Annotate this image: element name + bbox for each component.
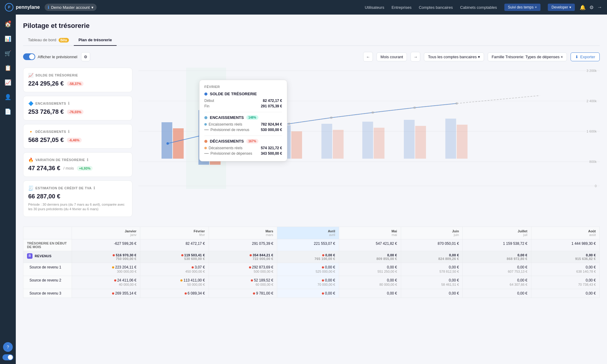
nav-cabinets[interactable]: Cabinets comptables bbox=[460, 5, 497, 10]
tooltip-encaissements-title: ENCAISSEMENTS 148% bbox=[204, 115, 282, 120]
svg-rect-21 bbox=[457, 125, 467, 159]
nav-utilisateurs[interactable]: Utilisateurs bbox=[365, 5, 384, 10]
developer-btn[interactable]: Developer ▾ bbox=[548, 4, 575, 11]
sidebar-bottom: ? bbox=[2, 342, 13, 360]
svg-rect-14 bbox=[322, 124, 332, 159]
col-header-jul: Juilletjuil bbox=[463, 227, 531, 239]
sidebar-item-home[interactable]: 🏠 bbox=[2, 18, 14, 30]
kpi-decaissements-value: 568 257,05 € -6,46% bbox=[28, 136, 127, 143]
period-selector[interactable]: Mois courant bbox=[377, 52, 407, 61]
source3-apr: 0,00 € bbox=[277, 289, 339, 298]
source2-apr: 0,00 € 70 000,00 € bbox=[277, 276, 339, 289]
sidebar: 🏠 📊 🛒 📋 📈 👤 📄 ? bbox=[0, 15, 16, 364]
suivi-btn[interactable]: Suivi des temps + bbox=[504, 4, 541, 11]
revenus-aug: 0,00 €915 636,82 € bbox=[531, 251, 599, 263]
info-icon: ℹ bbox=[68, 130, 70, 134]
source1-feb: 3,07 € 450 000,00 € bbox=[140, 263, 209, 276]
variation-unit: / mois bbox=[63, 166, 74, 170]
nav-comptes[interactable]: Comptes bancaires bbox=[419, 5, 453, 10]
source3-label: Source de revenu 3 bbox=[23, 289, 72, 298]
svg-rect-6 bbox=[162, 122, 172, 159]
gear-icon[interactable]: ⚙ bbox=[589, 5, 594, 10]
tab-plan-tresorerie[interactable]: Plan de trésorerie bbox=[74, 35, 117, 46]
source2-label: Source de revenu 2 bbox=[23, 276, 72, 289]
svg-rect-15 bbox=[333, 130, 343, 159]
revenus-header-label: R REVENUS bbox=[23, 251, 72, 263]
tooltip-dec-reels-value: 574 321,72 € bbox=[261, 146, 282, 150]
dot-red-icon bbox=[181, 254, 183, 256]
logout-icon[interactable]: → bbox=[597, 5, 602, 10]
decaissements-amount: 568 257,05 € bbox=[28, 136, 64, 143]
dot-red-icon bbox=[112, 292, 114, 295]
main-content: Pilotage et trésorerie Tableau de bord B… bbox=[16, 15, 607, 364]
col-header-jun: Juinjuin bbox=[401, 227, 463, 239]
tooltip-tresorerie-label: SOLDE DE TRÉSORERIE bbox=[210, 92, 257, 96]
source3-row: Source de revenu 3 269 355,14 € 6 089,34… bbox=[23, 289, 600, 298]
source2-jul: 0,00 €64 307,66 € bbox=[463, 276, 531, 289]
bell-icon[interactable]: 🔔 bbox=[580, 5, 586, 10]
source1-row: Source de revenu 1 223 204,11 € 300 000,… bbox=[23, 263, 600, 276]
dash-line-icon bbox=[204, 130, 209, 130]
sidebar-item-reports[interactable]: 📋 bbox=[2, 62, 14, 74]
treso-feb: 82 472,17 € bbox=[140, 239, 209, 251]
sidebar-item-analytics[interactable]: 📈 bbox=[2, 76, 14, 89]
dot-red-icon bbox=[192, 266, 194, 268]
download-icon: ⬇ bbox=[575, 55, 578, 59]
fire-icon: 🔥 bbox=[28, 157, 34, 162]
dot-red-icon bbox=[113, 254, 115, 256]
bank-label: Tous les comptes bancaires bbox=[428, 55, 476, 59]
tooltip-dec-reels-row: Décaissements réels 574 321,72 € bbox=[204, 145, 282, 151]
account-selector[interactable]: ℹ Demo Master account ▾ bbox=[45, 4, 97, 11]
trend-icon: 📈 bbox=[28, 73, 34, 78]
dot-red-icon bbox=[322, 266, 324, 268]
previsionnel-toggle[interactable] bbox=[23, 53, 35, 60]
tooltip-dec-reels-label: Décaissements réels bbox=[204, 146, 242, 150]
kpi-tresorerie-header: 📈 SOLDE DE TRÉSORERIE bbox=[28, 73, 127, 78]
family-label: Famille Trésorerie: Types de dépenses × bbox=[492, 55, 563, 59]
kpi-decaissements: 🔸 DÉCAISSEMENTS ℹ 568 257,05 € -6,46% bbox=[23, 124, 132, 149]
logo[interactable]: P pennylane bbox=[5, 3, 40, 12]
tooltip-divider1 bbox=[204, 112, 282, 112]
dash-line2-icon bbox=[204, 153, 209, 154]
next-period-button[interactable]: → bbox=[411, 52, 420, 62]
sidebar-toggle[interactable] bbox=[2, 354, 13, 360]
revenus-feb: 119 503,41 € 530 600,00 € bbox=[140, 251, 209, 263]
chart-area: 3 200k 2 400k 1 600k 800k 0 FÉVRIER SOLD… bbox=[138, 68, 600, 221]
settings-button[interactable]: ⚙ bbox=[81, 52, 90, 61]
bank-selector[interactable]: Tous les comptes bancaires ▾ bbox=[424, 52, 484, 61]
account-name: Demo Master account bbox=[51, 5, 90, 10]
encaissements-badge: -76,03% bbox=[67, 110, 84, 114]
revenus-jul: 0,00 €868 972,80 € bbox=[463, 251, 531, 263]
revenus-jan: 516 970,30 € 750 000,00 € bbox=[72, 251, 140, 263]
svg-point-27 bbox=[372, 111, 374, 114]
nav-entreprises[interactable]: Entreprises bbox=[391, 5, 411, 10]
svg-point-28 bbox=[413, 106, 416, 109]
kpi-variation-header: 🔥 VARIATION DE TRÉSORERIE ℹ bbox=[28, 157, 127, 162]
content-area: 📈 SOLDE DE TRÉSORERIE 224 295,26 € -58,3… bbox=[23, 68, 600, 221]
col-header-mar: Marsmars bbox=[209, 227, 277, 239]
tooltip-prev-revenus-value: 530 000,00 € bbox=[261, 128, 282, 132]
tab-tableau-de-bord[interactable]: Tableau de bord Bêta bbox=[23, 35, 74, 46]
dot-dec-icon bbox=[204, 147, 207, 149]
toggle-label: Afficher le prévisionnel bbox=[38, 55, 77, 59]
dot-red-icon bbox=[114, 279, 116, 281]
sidebar-item-dashboard[interactable]: 📊 bbox=[2, 33, 14, 45]
treso-jul: 1 159 538,72 € bbox=[463, 239, 531, 251]
sidebar-item-orders[interactable]: 🛒 bbox=[2, 47, 14, 59]
info-icon: ℹ bbox=[87, 158, 89, 162]
tooltip-enc-reels-value: 782 924,94 € bbox=[261, 122, 282, 126]
svg-rect-20 bbox=[445, 119, 456, 159]
prev-period-button[interactable]: ← bbox=[363, 52, 373, 62]
sidebar-item-documents[interactable]: 📄 bbox=[2, 106, 14, 118]
tooltip-decaissements-label: DÉCAISSEMENTS bbox=[210, 139, 244, 143]
source1-apr: 0,00 € 525 000,00 € bbox=[277, 263, 339, 276]
export-button[interactable]: ⬇ Exporter bbox=[571, 52, 600, 61]
help-button[interactable]: ? bbox=[3, 342, 13, 352]
kpi-tresorerie-label: SOLDE DE TRÉSORERIE bbox=[36, 73, 78, 77]
family-selector[interactable]: Famille Trésorerie: Types de dépenses × bbox=[488, 52, 567, 61]
col-header-feb: Févrierfévr bbox=[140, 227, 209, 239]
tooltip-fin-row: Fin 291 075,39 € bbox=[204, 103, 282, 109]
source1-jun: 0,00 €578 812,50 € bbox=[401, 263, 463, 276]
export-label: Exporter bbox=[580, 55, 595, 59]
sidebar-item-users[interactable]: 👤 bbox=[2, 91, 14, 103]
